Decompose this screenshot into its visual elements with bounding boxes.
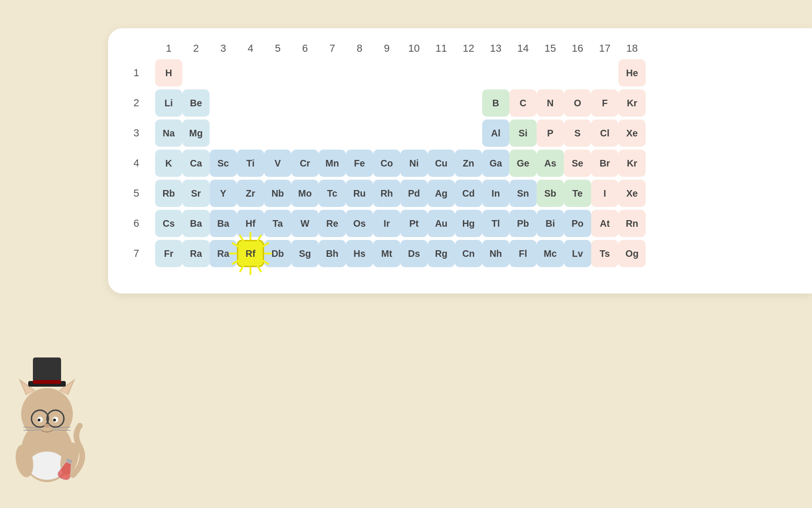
empty-cell <box>537 59 564 87</box>
element-Ir[interactable]: Ir <box>373 210 400 237</box>
element-Ra[interactable]: Ra <box>210 240 237 267</box>
element-Ts[interactable]: Ts <box>591 240 618 267</box>
element-Xe[interactable]: Xe <box>618 180 646 207</box>
element-Bh[interactable]: Bh <box>319 240 346 267</box>
element-Sc[interactable]: Sc <box>210 150 237 177</box>
column-header-16: 16 <box>564 42 591 55</box>
empty-cell <box>455 59 482 87</box>
element-Sg[interactable]: Sg <box>291 240 319 267</box>
element-Tl[interactable]: Tl <box>482 210 509 237</box>
element-W[interactable]: W <box>291 210 319 237</box>
element-Si[interactable]: Si <box>509 119 537 147</box>
element-Mn[interactable]: Mn <box>319 150 346 177</box>
element-P[interactable]: P <box>537 119 564 147</box>
empty-cell <box>182 59 210 87</box>
period-label-3: 3 <box>117 127 155 139</box>
element-I[interactable]: I <box>591 180 618 207</box>
element-Nh[interactable]: Nh <box>482 240 509 267</box>
element-H[interactable]: H <box>155 59 182 87</box>
element-Ba[interactable]: Ba <box>210 210 237 237</box>
element-Zr[interactable]: Zr <box>237 180 264 207</box>
element-C[interactable]: C <box>509 89 537 117</box>
element-Mc[interactable]: Mc <box>537 240 564 267</box>
element-Se[interactable]: Se <box>564 150 591 177</box>
column-header-11: 11 <box>428 42 455 55</box>
element-Fr[interactable]: Fr <box>155 240 182 267</box>
element-K[interactable]: K <box>155 150 182 177</box>
element-Po[interactable]: Po <box>564 210 591 237</box>
element-Kr[interactable]: Kr <box>618 150 646 177</box>
element-Hg[interactable]: Hg <box>455 210 482 237</box>
element-Te[interactable]: Te <box>564 180 591 207</box>
element-Cn[interactable]: Cn <box>455 240 482 267</box>
column-header-7: 7 <box>319 42 346 55</box>
element-Ag[interactable]: Ag <box>428 180 455 207</box>
element-Og[interactable]: Og <box>618 240 646 267</box>
element-As[interactable]: As <box>537 150 564 177</box>
element-Sr[interactable]: Sr <box>182 180 210 207</box>
element-Be[interactable]: Be <box>182 89 210 117</box>
element-Rf[interactable]: Rf <box>237 240 264 267</box>
element-Kr[interactable]: Kr <box>618 89 646 117</box>
empty-cell <box>291 89 319 117</box>
element-Ti[interactable]: Ti <box>237 150 264 177</box>
element-Nb[interactable]: Nb <box>264 180 291 207</box>
element-Tc[interactable]: Tc <box>319 180 346 207</box>
element-Pt[interactable]: Pt <box>400 210 428 237</box>
element-Cu[interactable]: Cu <box>428 150 455 177</box>
element-S[interactable]: S <box>564 119 591 147</box>
element-Ni[interactable]: Ni <box>400 150 428 177</box>
element-Xe[interactable]: Xe <box>618 119 646 147</box>
element-Re[interactable]: Re <box>319 210 346 237</box>
element-F[interactable]: F <box>591 89 618 117</box>
element-Ra[interactable]: Ra <box>182 240 210 267</box>
element-Fe[interactable]: Fe <box>346 150 373 177</box>
element-Pb[interactable]: Pb <box>509 210 537 237</box>
element-Ba[interactable]: Ba <box>182 210 210 237</box>
element-Fl[interactable]: Fl <box>509 240 537 267</box>
element-V[interactable]: V <box>264 150 291 177</box>
empty-cell <box>319 89 346 117</box>
element-Mg[interactable]: Mg <box>182 119 210 147</box>
element-Rb[interactable]: Rb <box>155 180 182 207</box>
element-Db[interactable]: Db <box>264 240 291 267</box>
element-Al[interactable]: Al <box>482 119 509 147</box>
element-Pd[interactable]: Pd <box>400 180 428 207</box>
element-Cs[interactable]: Cs <box>155 210 182 237</box>
element-Mo[interactable]: Mo <box>291 180 319 207</box>
element-Hs[interactable]: Hs <box>346 240 373 267</box>
element-Co[interactable]: Co <box>373 150 400 177</box>
element-Ge[interactable]: Ge <box>509 150 537 177</box>
element-Y[interactable]: Y <box>210 180 237 207</box>
element-In[interactable]: In <box>482 180 509 207</box>
element-Mt[interactable]: Mt <box>373 240 400 267</box>
element-B[interactable]: B <box>482 89 509 117</box>
element-Hf[interactable]: Hf <box>237 210 264 237</box>
element-Cl[interactable]: Cl <box>591 119 618 147</box>
element-Au[interactable]: Au <box>428 210 455 237</box>
element-Na[interactable]: Na <box>155 119 182 147</box>
element-Ta[interactable]: Ta <box>264 210 291 237</box>
element-Li[interactable]: Li <box>155 89 182 117</box>
svg-point-26 <box>38 419 40 421</box>
element-Ru[interactable]: Ru <box>346 180 373 207</box>
element-Sn[interactable]: Sn <box>509 180 537 207</box>
element-Ds[interactable]: Ds <box>400 240 428 267</box>
element-Lv[interactable]: Lv <box>564 240 591 267</box>
element-Bi[interactable]: Bi <box>537 210 564 237</box>
element-He[interactable]: He <box>618 59 646 87</box>
element-Os[interactable]: Os <box>346 210 373 237</box>
element-At[interactable]: At <box>591 210 618 237</box>
element-Sb[interactable]: Sb <box>537 180 564 207</box>
element-Ga[interactable]: Ga <box>482 150 509 177</box>
element-Rn[interactable]: Rn <box>618 210 646 237</box>
element-Zn[interactable]: Zn <box>455 150 482 177</box>
element-Rh[interactable]: Rh <box>373 180 400 207</box>
element-O[interactable]: O <box>564 89 591 117</box>
element-Cd[interactable]: Cd <box>455 180 482 207</box>
element-Rg[interactable]: Rg <box>428 240 455 267</box>
element-Cr[interactable]: Cr <box>291 150 319 177</box>
element-Br[interactable]: Br <box>591 150 618 177</box>
element-Ca[interactable]: Ca <box>182 150 210 177</box>
element-N[interactable]: N <box>537 89 564 117</box>
